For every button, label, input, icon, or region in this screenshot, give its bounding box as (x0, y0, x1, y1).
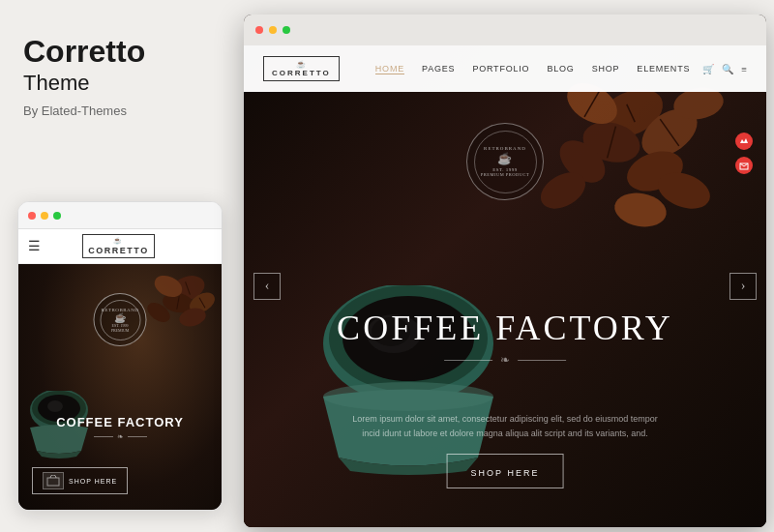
mobile-shop-text: shop HeRE (69, 478, 117, 485)
notification-badge-1 (735, 133, 753, 150)
desktop-preview: ☕ CORRETTO HOME PAGES PORTFOLIO BLOG SHO… (244, 15, 766, 527)
mobile-logo: ☕ CORRETTO (82, 234, 154, 258)
mobile-circular-badge: RETROBRAND ☕ EST. 1999 PREMIUM (94, 293, 147, 346)
hero-divider-row: ❧ (337, 353, 673, 368)
hero-description: Lorem ipsum dolor sit amet, consectetur … (350, 412, 660, 440)
nav-link-pages[interactable]: PAGES (422, 64, 455, 74)
hero-shop-button[interactable]: SHOP HERE (447, 454, 564, 488)
hero-main-title: COFFEE FACTORY ❧ (337, 308, 673, 368)
hero-divider-icon: ❧ (500, 353, 510, 368)
mobile-logo-text: CORRETTO (88, 246, 148, 255)
search-icon[interactable]: 🔍 (722, 64, 733, 74)
hero-title-text: COFFEE FACTORY (337, 308, 673, 348)
svg-point-12 (47, 400, 63, 412)
hero-badge-inner: RETROBRAND ☕ EST. 1999 PREMIUM PRODUCT (474, 131, 537, 193)
menu-icon[interactable]: ≡ (741, 64, 747, 74)
desktop-logo-icon: ☕ (296, 60, 306, 69)
mobile-shop-btn[interactable]: shop HeRE (32, 467, 128, 494)
theme-author: By Elated-Themes (23, 103, 217, 118)
nav-link-elements[interactable]: ELEMENTS (637, 64, 690, 74)
hero-badge-icon: ☕ (497, 152, 513, 166)
desktop-nav: ☕ CORRETTO HOME PAGES PORTFOLIO BLOG SHO… (244, 45, 766, 92)
dot-red (28, 212, 36, 220)
mobile-hero: RETROBRAND ☕ EST. 1999 PREMIUM COFFEE FA… (18, 264, 222, 511)
nav-link-portfolio[interactable]: PORTFOLIO (472, 64, 529, 74)
mobile-logo-icon: ☕ (113, 237, 124, 245)
hero-badge-top: RETROBRAND (484, 146, 526, 151)
theme-subtitle: Theme (23, 71, 217, 96)
mobile-badge-sub: PREMIUM (111, 328, 130, 333)
mobile-preview: ☰ ☕ CORRETTO (17, 201, 223, 511)
mobile-divider-line-right (128, 436, 147, 437)
hero-divider-left (444, 360, 492, 361)
hamburger-icon[interactable]: ☰ (28, 238, 41, 254)
desktop-browser-bar (244, 15, 766, 45)
right-chevron-icon: › (741, 279, 746, 294)
nav-icons: 🛒 🔍 ≡ (702, 64, 747, 74)
left-chevron-icon: ‹ (265, 279, 270, 294)
hero-badge-sub: PREMIUM PRODUCT (481, 172, 530, 177)
hero-shop-text: SHOP HERE (471, 468, 540, 478)
mobile-hero-text: COFFEE FACTORY ❧ (18, 415, 222, 444)
cart-icon[interactable]: 🛒 (702, 64, 714, 74)
mobile-beans-svg (139, 269, 217, 341)
hero-divider-right (518, 360, 566, 361)
svg-point-23 (611, 190, 669, 231)
dot-yellow (41, 212, 48, 220)
mobile-shop-icon (43, 472, 64, 489)
theme-title: Corretto (23, 35, 217, 69)
desktop-dot-yellow (269, 26, 277, 34)
mobile-coffee-title: COFFEE FACTORY (18, 415, 222, 429)
slider-arrow-right[interactable]: › (729, 273, 757, 300)
desktop-dot-red (255, 26, 263, 34)
nav-link-blog[interactable]: BLOG (547, 64, 574, 74)
nav-link-home[interactable]: HOME (375, 64, 404, 74)
svg-rect-13 (47, 478, 59, 486)
left-panel: Corretto Theme By Elated-Themes ☰ ☕ CORR… (0, 0, 240, 532)
mobile-divider-icon: ❧ (117, 432, 124, 441)
slider-arrow-left[interactable]: ‹ (253, 273, 281, 300)
desktop-nav-links: HOME PAGES PORTFOLIO BLOG SHOP ELEMENTS (363, 64, 703, 74)
desktop-logo-text: CORRETTO (272, 69, 331, 77)
mobile-badge-inner: RETROBRAND ☕ EST. 1999 PREMIUM (100, 300, 140, 340)
mobile-browser-bar (18, 202, 222, 229)
dot-green (53, 212, 61, 220)
hero-description-text: Lorem ipsum dolor sit amet, consectetur … (350, 412, 660, 440)
mobile-badge-icon: ☕ (114, 312, 126, 323)
nav-link-shop[interactable]: SHOP (592, 64, 620, 74)
desktop-hero: ☕ CORRETTO HOME PAGES PORTFOLIO BLOG SHO… (244, 45, 766, 527)
svg-point-33 (323, 382, 493, 411)
hero-circular-badge: RETROBRAND ☕ EST. 1999 PREMIUM PRODUCT (466, 123, 544, 200)
mobile-divider-line-left (94, 436, 113, 437)
desktop-logo: ☕ CORRETTO (263, 56, 340, 81)
mobile-nav: ☰ ☕ CORRETTO (18, 229, 222, 264)
desktop-dot-green (283, 26, 290, 34)
notification-badge-2 (735, 157, 753, 174)
mobile-divider: ❧ (18, 432, 222, 441)
